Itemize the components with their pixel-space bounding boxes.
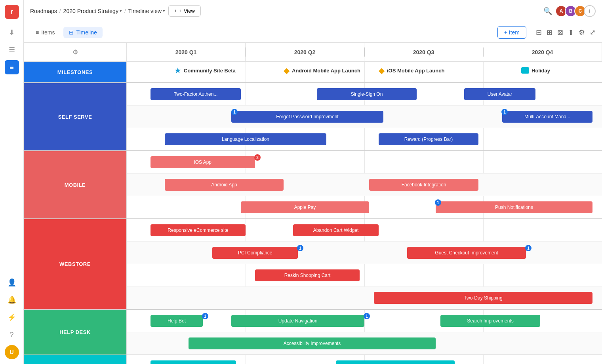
bar-facebook[interactable]: Facebook Integration [369, 179, 478, 191]
bar-multi-account[interactable]: Multi-Account Mana... [502, 111, 592, 123]
mobile-label: MOBILE [24, 151, 127, 218]
sidebar: r ⬇ ☰ ≡ 👤 🔔 ⚡ ? U [0, 0, 24, 364]
milestones-row-content: ★ Community Site Beta ◆ Android Mobile A… [127, 62, 602, 82]
bar-responsive-ecommerce[interactable]: Responsive eCommerce site [150, 224, 246, 236]
quarter-header: ⚙ 2020 Q1 2020 Q2 2020 Q3 2020 Q4 [24, 43, 602, 62]
bar-search-improvements[interactable]: Search Improvements [440, 315, 540, 327]
mobile-group: MOBILE iOS App 3 Android App Facebook [24, 151, 602, 219]
sidebar-icon-download[interactable]: ⬇ [5, 25, 19, 40]
chevron-down-icon-2: ▾ [163, 8, 165, 13]
bar-user-avatar[interactable]: User Avatar [464, 88, 535, 100]
milestone-community-site-beta: ★ Community Site Beta [174, 66, 236, 75]
add-member-button[interactable]: + [584, 5, 596, 17]
app-logo[interactable]: r [5, 5, 19, 19]
breadcrumb-strategy[interactable]: 2020 Product Strategy ▾ [63, 8, 122, 14]
timeline-inner: ⚙ 2020 Q1 2020 Q2 2020 Q3 2020 Q4 MILEST… [24, 43, 602, 364]
row-settings-icon[interactable]: ⚙ [72, 48, 78, 56]
bar-accessibility[interactable]: Accessibility Improvements [189, 337, 436, 349]
settings-icon[interactable]: ⚙ [579, 28, 585, 37]
add-view-button[interactable]: + + View [168, 5, 201, 17]
self-serve-row-2: Forgot Password Improvment 1 Multi-Accou… [127, 106, 602, 128]
breadcrumb-sep-1: / [59, 8, 61, 14]
breadcrumb: Roadmaps / 2020 Product Strategy ▾ / Tim… [30, 8, 165, 14]
badge-push-notif: 1 [435, 199, 441, 206]
sidebar-icon-bell[interactable]: 🔔 [5, 293, 19, 307]
tab-items-label: Items [41, 29, 55, 36]
bar-help-bot[interactable]: Help Bot [150, 315, 203, 327]
mobile-row-3: Apple Pay Push Notifications 1 [127, 196, 602, 218]
bar-reskin[interactable]: Reskin Shopping Cart [255, 269, 360, 281]
badge-help-bot: 1 [202, 313, 208, 319]
infra-rows: Database Improvem... Library Upgrades Up… [127, 355, 602, 364]
bar-apple-pay[interactable]: Apple Pay [241, 201, 369, 213]
badge-update-nav: 1 [364, 313, 370, 319]
breadcrumb-roadmaps[interactable]: Roadmaps [30, 8, 57, 14]
sidebar-icon-list[interactable]: ☰ [5, 43, 19, 57]
sidebar-icon-question[interactable]: ? [5, 328, 19, 342]
bar-android-app[interactable]: Android App [165, 179, 284, 191]
badge-pci: 1 [297, 245, 303, 251]
badge-guest-checkout: 1 [525, 245, 532, 251]
self-serve-label: SELF SERVE [24, 83, 127, 150]
bar-pci[interactable]: PCI Compliance [212, 247, 298, 259]
tab-items[interactable]: ≡ Items [30, 27, 60, 38]
timeline-icon: ⊟ [69, 29, 74, 36]
mobile-row-2: Android App Facebook Integration [127, 174, 602, 196]
sidebar-user-avatar[interactable]: U [5, 345, 19, 359]
webstore-row-1: Responsive eCommerce site Abandon Cart W… [127, 219, 602, 242]
breadcrumb-view[interactable]: Timeline view ▾ [128, 8, 165, 14]
breadcrumb-sep-2: / [124, 8, 126, 14]
webstore-row-2: PCI Compliance 1 Guest Checkout Improvem… [127, 242, 602, 264]
bar-forgot-password[interactable]: Forgot Password Improvment [231, 111, 383, 123]
bar-ios-app[interactable]: iOS App [150, 156, 255, 168]
row-label-header: ⚙ [24, 43, 127, 61]
tab-timeline[interactable]: ⊟ Timeline [63, 27, 102, 38]
quarters-row: 2020 Q1 2020 Q2 2020 Q3 2020 Q4 [127, 43, 602, 61]
group-icon[interactable]: ⊞ [547, 28, 552, 37]
bar-push-notifications[interactable]: Push Notifications [436, 201, 592, 213]
webstore-row-3: Reskin Shopping Cart [127, 264, 602, 287]
bar-single-sign-on[interactable]: Single-Sign On [317, 88, 417, 100]
sidebar-icon-person[interactable]: 👤 [5, 275, 19, 290]
self-serve-row-1: Two-Factor Authen... Single-Sign On User… [127, 83, 602, 106]
bar-database-improve[interactable]: Database Improvem... [150, 360, 236, 364]
webstore-row-4: Two-Day Shipping [127, 287, 602, 309]
bar-update-nav[interactable]: Update Navigation [231, 315, 364, 327]
sidebar-icon-filter[interactable]: ≡ [5, 60, 19, 74]
milestone-ios-launch: ◆ iOS Mobile App Launch [379, 66, 444, 75]
badge-forgot-password: 1 [231, 109, 238, 115]
export-icon[interactable]: ⬆ [568, 28, 574, 37]
infra-label: INFRASTRUCTURE [24, 355, 127, 364]
add-item-button[interactable]: + Item [497, 26, 526, 39]
webstore-label: WEBSTORE [24, 219, 127, 309]
infrastructure-group: INFRASTRUCTURE Database Improvem... Libr… [24, 355, 602, 364]
search-icon[interactable]: 🔍 [543, 7, 552, 15]
helpdesk-row-1: Help Bot 1 Update Navigation 1 Search Im… [127, 310, 602, 332]
self-serve-rows: Two-Factor Authen... Single-Sign On User… [127, 83, 602, 150]
infra-row-1: Database Improvem... Library Upgrades [127, 355, 602, 364]
fullscreen-icon[interactable]: ⤢ [590, 28, 596, 37]
columns-icon[interactable]: ⊠ [557, 28, 563, 37]
quarter-q1: 2020 Q1 [127, 43, 246, 61]
mobile-row-1: iOS App 3 [127, 151, 602, 174]
filter-icon[interactable]: ⊟ [536, 28, 542, 37]
bar-abandon-cart[interactable]: Abandon Cart Widget [293, 224, 379, 236]
milestones-group: MILESTONES ★ Community Site Beta ◆ [24, 62, 602, 83]
bar-language-loc[interactable]: Language Localization [165, 133, 326, 145]
bar-guest-checkout[interactable]: Guest Checkout Improvement [407, 247, 526, 259]
tab-timeline-label: Timeline [76, 29, 97, 36]
add-item-label: + Item [504, 29, 520, 36]
quarter-q3: 2020 Q3 [364, 43, 483, 61]
bar-two-day-shipping[interactable]: Two-Day Shipping [374, 292, 592, 304]
helpdesk-label: HELP DESK [24, 310, 127, 355]
sidebar-icon-lightning[interactable]: ⚡ [5, 310, 19, 324]
toolbar: ≡ Items ⊟ Timeline + Item ⊟ ⊞ ⊠ ⬆ ⚙ ⤢ [24, 22, 602, 43]
quarter-q2: 2020 Q2 [246, 43, 364, 61]
bar-library-upgrades[interactable]: Library Upgrades [336, 360, 455, 364]
bar-reward[interactable]: Reward (Progress Bar) [379, 133, 478, 145]
timeline-container[interactable]: ⚙ 2020 Q1 2020 Q2 2020 Q3 2020 Q4 MILEST… [24, 43, 602, 364]
bar-two-factor[interactable]: Two-Factor Authen... [150, 88, 241, 100]
self-serve-group: SELF SERVE Two-Factor Authen... Single-S… [24, 83, 602, 151]
chevron-down-icon: ▾ [120, 8, 122, 13]
quarter-q4: 2020 Q4 [483, 43, 602, 61]
